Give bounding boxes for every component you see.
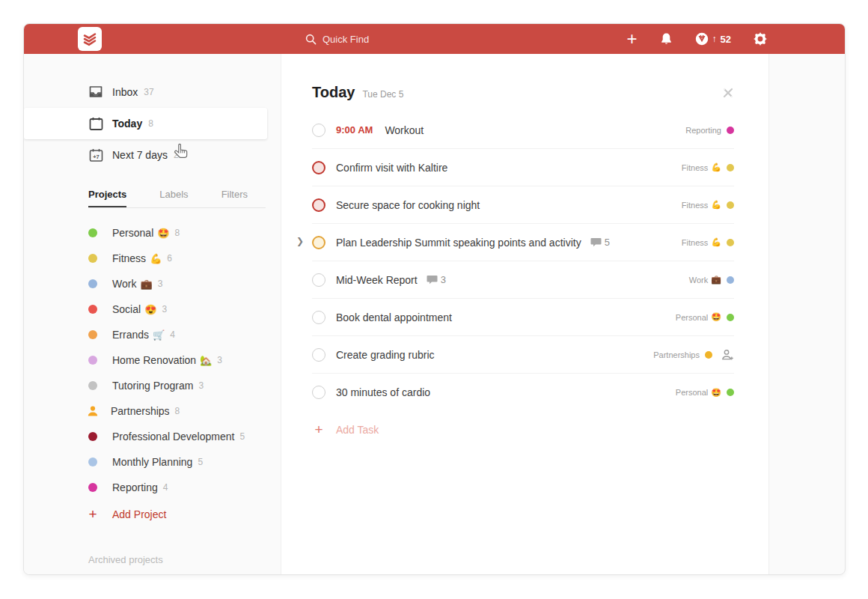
- archived-projects-link[interactable]: Archived projects: [88, 554, 163, 565]
- tab-labels[interactable]: Labels: [159, 183, 188, 207]
- task-complete-checkbox[interactable]: [312, 273, 326, 287]
- assign-person-add-icon[interactable]: [721, 349, 734, 361]
- task-project-label[interactable]: Fitness: [682, 238, 708, 247]
- task-project-label[interactable]: Partnerships: [653, 350, 700, 359]
- task-project-dot: [727, 239, 734, 246]
- project-count: 3: [158, 279, 163, 289]
- task-project-label[interactable]: Fitness: [682, 201, 708, 210]
- task-title[interactable]: Workout: [385, 124, 424, 136]
- add-task-topbar-button[interactable]: +: [627, 30, 638, 48]
- task-complete-checkbox[interactable]: [312, 124, 326, 137]
- page-title: Today: [312, 84, 355, 101]
- project-color-dot: [88, 356, 97, 365]
- project-item-monthly-planning[interactable]: Monthly Planning5: [88, 449, 273, 475]
- project-name: Fitness: [112, 252, 146, 264]
- task-title[interactable]: 30 minutes of cardio: [336, 386, 430, 398]
- add-project-button[interactable]: +Add Project: [88, 500, 273, 529]
- task-complete-checkbox[interactable]: [312, 198, 326, 212]
- karma-icon: [695, 32, 709, 46]
- task-comments[interactable]: 5: [590, 237, 610, 248]
- project-color-dot: [88, 432, 97, 441]
- karma-score[interactable]: ↑ 52: [695, 32, 731, 46]
- tab-projects[interactable]: Projects: [88, 183, 126, 207]
- task-row: 9:00 AMWorkoutReporting: [312, 112, 734, 149]
- task-row: ❯Plan Leadership Summit speaking points …: [312, 224, 734, 261]
- task-project-dot: [727, 276, 734, 284]
- tab-filters[interactable]: Filters: [221, 183, 248, 207]
- task-complete-checkbox[interactable]: [312, 348, 326, 362]
- project-color-dot: [88, 279, 97, 288]
- task-row: 30 minutes of cardioPersonal🤩: [312, 374, 734, 411]
- karma-up-arrow: ↑: [712, 34, 717, 44]
- task-project-dot: [705, 351, 712, 359]
- task-title[interactable]: Mid-Week Report: [336, 274, 418, 286]
- project-emoji: 💪: [150, 253, 162, 264]
- project-item-personal[interactable]: Personal🤩8: [88, 220, 273, 246]
- sidebar-item-inbox[interactable]: Inbox37: [24, 76, 281, 108]
- task-project-label[interactable]: Fitness: [682, 163, 708, 172]
- project-color-dot: [88, 228, 97, 237]
- settings-gear-icon[interactable]: [754, 32, 767, 46]
- project-item-work[interactable]: Work💼3: [88, 271, 273, 297]
- task-row: Book dental appointmentPersonal🤩: [312, 299, 734, 336]
- project-count: 3: [217, 355, 222, 365]
- quick-find-search[interactable]: Quick Find: [305, 24, 369, 54]
- task-title[interactable]: Plan Leadership Summit speaking points a…: [336, 237, 581, 249]
- today-icon: [88, 116, 103, 131]
- sidebar-item-next7[interactable]: +7Next 7 days20: [24, 139, 281, 171]
- search-icon: [305, 34, 317, 45]
- view-tools-icon[interactable]: [722, 87, 734, 102]
- project-color-dot: [88, 254, 97, 263]
- sidebar-item-count: 8: [148, 118, 153, 129]
- expand-chevron-icon[interactable]: ❯: [296, 236, 304, 246]
- task-project-emoji: 🤩: [711, 388, 721, 398]
- task-title[interactable]: Create grading rubric: [336, 349, 435, 361]
- notifications-bell-icon[interactable]: [660, 32, 673, 46]
- project-item-reporting[interactable]: Reporting4: [88, 475, 273, 500]
- task-comments[interactable]: 3: [427, 274, 446, 285]
- project-name: Partnerships: [111, 405, 170, 417]
- sidebar-item-label: Next 7 days: [112, 149, 168, 161]
- task-complete-checkbox[interactable]: [312, 311, 326, 324]
- project-count: 8: [175, 406, 180, 416]
- task-row: Create grading rubricPartnerships: [312, 336, 734, 374]
- sidebar-item-label: Inbox: [112, 86, 138, 98]
- task-complete-checkbox[interactable]: [312, 236, 326, 249]
- task-row: Secure space for cooking nightFitness💪: [312, 186, 734, 224]
- project-item-partnerships[interactable]: Partnerships8: [88, 398, 273, 424]
- project-color-dot: [88, 483, 97, 492]
- task-title[interactable]: Secure space for cooking night: [336, 199, 480, 211]
- task-complete-checkbox[interactable]: [312, 161, 326, 174]
- task-project-emoji: 💼: [711, 275, 721, 285]
- task-row: Mid-Week Report3Work💼: [312, 261, 734, 299]
- projects-list: Personal🤩8Fitness💪6Work💼3Social😍3Errands…: [88, 220, 273, 529]
- task-title[interactable]: Confirm visit with Kaltire: [336, 162, 447, 174]
- task-project-label[interactable]: Personal: [676, 313, 708, 322]
- app-window: Quick Find + ↑ 52: [23, 23, 846, 575]
- task-project-dot: [727, 164, 734, 171]
- project-emoji: 😍: [144, 304, 156, 315]
- task-title[interactable]: Book dental appointment: [336, 311, 452, 323]
- project-name: Professional Development: [112, 431, 234, 443]
- sidebar-tabs: ProjectsLabelsFilters: [88, 183, 266, 208]
- task-project-dot: [727, 201, 734, 209]
- project-name: Reporting: [112, 481, 158, 493]
- task-project-label[interactable]: Personal: [676, 388, 708, 397]
- svg-text:+7: +7: [93, 153, 100, 159]
- project-item-professional-development[interactable]: Professional Development5: [88, 424, 273, 449]
- task-project-dot: [727, 127, 734, 134]
- task-complete-checkbox[interactable]: [312, 386, 326, 399]
- project-item-home-renovation[interactable]: Home Renovation🏡3: [88, 347, 273, 373]
- sidebar-item-today[interactable]: Today8: [24, 108, 267, 139]
- project-item-social[interactable]: Social😍3: [88, 297, 273, 322]
- comment-count: 5: [605, 237, 610, 248]
- task-project-label[interactable]: Work: [689, 276, 708, 285]
- project-item-tutoring-program[interactable]: Tutoring Program3: [88, 373, 273, 398]
- project-count: 3: [162, 304, 167, 314]
- project-item-errands[interactable]: Errands🛒4: [88, 322, 273, 347]
- task-project-dot: [727, 314, 734, 321]
- todoist-logo[interactable]: [78, 27, 102, 51]
- project-item-fitness[interactable]: Fitness💪6: [88, 246, 273, 271]
- add-task-button[interactable]: + Add Task: [312, 413, 734, 447]
- task-project-label[interactable]: Reporting: [685, 126, 721, 135]
